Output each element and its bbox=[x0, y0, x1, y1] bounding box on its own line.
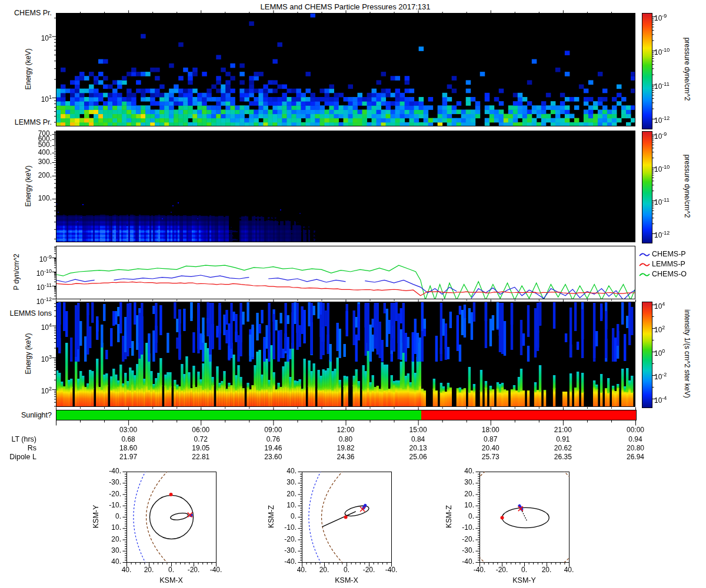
ephemeris-value-1-5: 20.40 bbox=[473, 444, 508, 453]
page-title: LEMMS and CHEMS Particle Pressures 2017:… bbox=[169, 2, 522, 11]
cb1-title: pressure dyne/cm^2 bbox=[682, 11, 691, 128]
cb1-tick-label-0: 10-9 bbox=[654, 12, 684, 23]
orbit1-ytick-8: -40. bbox=[268, 557, 297, 566]
lemms-spectrogram-canvas bbox=[56, 131, 635, 242]
orbit0-ytick-8: 40. bbox=[93, 557, 121, 566]
ephemeris-row-label-0: LT (hrs) bbox=[0, 435, 36, 444]
orbit1-xlabel: KSM-X bbox=[311, 576, 382, 585]
p2-ytick-label-5: 200. bbox=[18, 171, 52, 180]
p4-ytick-label-1: 103 bbox=[18, 353, 52, 364]
orbit1-xtick-4: -40. bbox=[378, 566, 404, 574]
cb4-tick-label-0: 104 bbox=[654, 300, 684, 311]
ephemeris-value-2-3: 24.36 bbox=[328, 453, 364, 462]
time-tick-label-2: 09:00 bbox=[259, 426, 287, 435]
cb2-tick-label-1: 10-10 bbox=[654, 163, 684, 174]
ephemeris-value-2-7: 26.94 bbox=[618, 453, 653, 462]
orbit1-ylabel: KSM-Z bbox=[267, 482, 276, 552]
ephemeris-value-1-6: 20.62 bbox=[545, 444, 581, 453]
ephemeris-value-0-0: 0.68 bbox=[111, 435, 146, 444]
orbit2-xlabel: KSM-Y bbox=[489, 576, 560, 585]
time-tick-label-0: 03:00 bbox=[115, 426, 142, 435]
ephemeris-value-0-2: 0.76 bbox=[255, 435, 291, 444]
sunlight-bar bbox=[56, 410, 637, 420]
intensity-colorbar bbox=[642, 302, 652, 408]
time-tick-label-1: 06:00 bbox=[187, 426, 214, 435]
time-tick-label-7: 00:00 bbox=[622, 426, 649, 435]
ephemeris-row-label-2: Dipole L bbox=[0, 453, 36, 462]
cb4-tick-label-3: 10-2 bbox=[654, 370, 684, 382]
time-tick-label-4: 15:00 bbox=[405, 426, 432, 435]
legend-label-CHEMS-O: CHEMS-O bbox=[652, 270, 699, 279]
orbit0-ytick-0: -40. bbox=[93, 467, 121, 476]
ephemeris-value-1-0: 18.60 bbox=[111, 444, 146, 453]
orbit2-xtick-4: 40. bbox=[556, 566, 582, 574]
pressure-colorbar-2 bbox=[642, 131, 652, 243]
cb4-tick-label-1: 102 bbox=[654, 323, 684, 335]
chems-pressure-panel-label: CHEMS Pr. bbox=[0, 9, 52, 18]
time-tick-label-6: 21:00 bbox=[550, 426, 577, 435]
p2-ytick-label-6: 100. bbox=[18, 194, 52, 203]
orbit2-ylabel: KSM-Z bbox=[445, 482, 454, 552]
ephemeris-value-0-1: 0.72 bbox=[183, 435, 218, 444]
cb1-tick-label-1: 10-10 bbox=[654, 46, 684, 57]
ephemeris-value-0-6: 0.91 bbox=[545, 435, 581, 444]
ephemeris-value-0-7: 0.94 bbox=[618, 435, 653, 444]
cb2-tick-label-2: 10-11 bbox=[654, 196, 684, 207]
legend-label-CHEMS-P: CHEMS-P bbox=[652, 250, 699, 259]
p1-ytick-label-0: 102 bbox=[18, 32, 52, 43]
ephemeris-value-1-4: 20.13 bbox=[401, 444, 436, 453]
ephemeris-value-1-2: 19.46 bbox=[255, 444, 291, 453]
pressure-lineplot-canvas bbox=[56, 246, 635, 299]
cb4-tick-label-2: 100 bbox=[654, 347, 684, 358]
ephemeris-value-1-3: 19.82 bbox=[328, 444, 364, 453]
legend-swatch-CHEMS-O bbox=[639, 271, 650, 280]
time-tick-label-5: 18:00 bbox=[477, 426, 504, 435]
legend-swatch-CHEMS-P bbox=[639, 251, 650, 260]
ephemeris-value-2-2: 23.60 bbox=[255, 453, 291, 462]
p3-ytick-label-3: 10-12 bbox=[18, 295, 52, 306]
pressure-colorbar-1 bbox=[642, 13, 652, 129]
ephemeris-value-1-1: 19.05 bbox=[183, 444, 218, 453]
orbit0-xlabel: KSM-X bbox=[136, 576, 207, 585]
cb1-tick-label-2: 10-11 bbox=[654, 80, 684, 91]
orbit1-ytick-0: 40. bbox=[268, 467, 297, 476]
ephemeris-value-0-5: 0.87 bbox=[473, 435, 508, 444]
lemms-ions-spectrogram-canvas bbox=[56, 302, 635, 407]
cb4-tick-label-4: 10-4 bbox=[654, 394, 684, 405]
ephemeris-row-label-1: Rs bbox=[0, 444, 36, 453]
p3-ytick-label-0: 10-9 bbox=[18, 253, 52, 264]
figure-root: LEMMS and CHEMS Particle Pressures 2017:… bbox=[0, 0, 706, 588]
orbit0-xtick-4: -40. bbox=[203, 566, 229, 574]
p1-ytick-label-1: 101 bbox=[18, 93, 52, 104]
p3-ytick-label-1: 10-10 bbox=[18, 267, 52, 278]
ephemeris-value-1-7: 20.80 bbox=[618, 444, 653, 453]
legend-label-LEMMS-P: LEMMS-P bbox=[652, 260, 699, 269]
p3-ytick-label-2: 10-11 bbox=[18, 281, 52, 292]
orbit2-ytick-8: -40. bbox=[446, 557, 474, 566]
p2-ytick-label-3: 400. bbox=[18, 148, 52, 157]
ephemeris-value-0-3: 0.80 bbox=[328, 435, 364, 444]
ephemeris-value-2-4: 25.06 bbox=[401, 453, 436, 462]
time-tick-label-3: 12:00 bbox=[332, 426, 359, 435]
sunlight-row-label: Sunlight? bbox=[0, 411, 52, 420]
p4-ytick-label-2: 102 bbox=[18, 385, 52, 396]
sunlight-segment-sunlit bbox=[56, 410, 421, 420]
ephemeris-value-2-1: 22.81 bbox=[183, 453, 218, 462]
cb2-tick-label-3: 10-12 bbox=[654, 229, 684, 240]
cb1-tick-label-3: 10-12 bbox=[654, 114, 684, 125]
cb2-tick-label-0: 10-9 bbox=[654, 130, 684, 141]
ephemeris-value-2-0: 21.97 bbox=[111, 453, 146, 462]
orbit2-ytick-0: 40. bbox=[446, 467, 474, 476]
orbit0-ylabel: KSM-Y bbox=[92, 482, 101, 552]
p4-ytick-label-0: 104 bbox=[18, 321, 52, 332]
ephemeris-value-2-5: 25.73 bbox=[473, 453, 508, 462]
ephemeris-value-2-6: 26.35 bbox=[545, 453, 581, 462]
cb2-title: pressure dyne/cm^2 bbox=[682, 128, 691, 245]
sunlight-segment-shadow bbox=[421, 410, 636, 420]
ephemeris-value-0-4: 0.84 bbox=[401, 435, 436, 444]
p2-ytick-label-4: 300. bbox=[18, 158, 52, 166]
lemms-pressure-panel-label: LEMMS Pr. bbox=[0, 118, 52, 127]
chems-spectrogram-canvas bbox=[56, 13, 635, 126]
legend-swatch-LEMMS-P bbox=[639, 261, 650, 270]
